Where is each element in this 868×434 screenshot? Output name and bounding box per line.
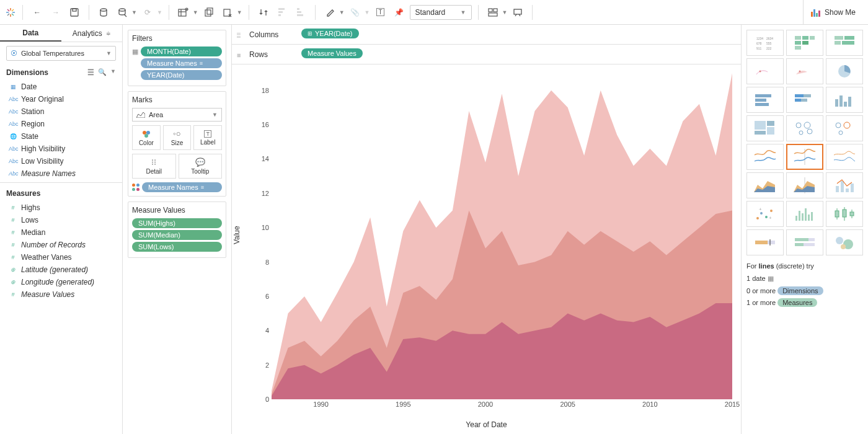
- field-highs[interactable]: #Highs: [0, 202, 122, 214]
- showme-thumb-2[interactable]: [826, 30, 863, 56]
- dashboard-dropdown-icon[interactable]: ▼: [502, 9, 508, 16]
- tab-data[interactable]: Data: [0, 25, 61, 42]
- columns-pill[interactable]: ⊞YEAR(Date): [301, 29, 359, 38]
- showme-thumb-16[interactable]: [786, 172, 823, 198]
- new-datasource-button[interactable]: [95, 4, 112, 20]
- showme-thumb-19[interactable]: [786, 201, 823, 227]
- svg-rect-107: [850, 212, 854, 216]
- group-dropdown-icon[interactable]: ▼: [365, 9, 370, 16]
- show-me-button[interactable]: Show Me: [803, 0, 863, 24]
- field-measure-names[interactable]: AbcMeasure Names: [0, 167, 122, 180]
- undo-button[interactable]: ←: [29, 4, 45, 20]
- swap-button[interactable]: [255, 4, 272, 20]
- svg-point-78: [804, 122, 810, 128]
- showme-thumb-8[interactable]: [826, 87, 863, 113]
- search-icon[interactable]: 🔍: [98, 68, 107, 77]
- field-state[interactable]: 🌐State: [0, 130, 122, 143]
- field-date[interactable]: ▦Date: [0, 81, 122, 93]
- marks-measure-names-pill[interactable]: Measure Names≡: [142, 182, 222, 192]
- svg-rect-19: [205, 10, 211, 16]
- chart[interactable]: Value Year of Date 024681012141618 19901…: [232, 64, 741, 434]
- tableau-logo-icon: [5, 7, 16, 18]
- field-high-visibility[interactable]: AbcHigh Visibility: [0, 143, 122, 155]
- duplicate-button[interactable]: [201, 4, 217, 20]
- marks-tooltip[interactable]: 💬Tooltip: [179, 154, 223, 179]
- showme-thumb-11[interactable]: [826, 115, 863, 141]
- showme-thumb-0[interactable]: 12342634678555911222: [746, 30, 784, 56]
- clear-sheet-button[interactable]: [219, 4, 236, 20]
- mv-pill-1[interactable]: SUM(Median): [132, 230, 222, 240]
- showme-thumb-3[interactable]: [746, 58, 784, 84]
- showme-thumb-12[interactable]: [746, 144, 784, 170]
- mv-pill-2[interactable]: SUM(Lows): [132, 242, 222, 252]
- save-button[interactable]: [66, 4, 82, 20]
- clear-dropdown-icon[interactable]: ▼: [237, 9, 242, 16]
- showme-thumb-7[interactable]: [786, 87, 823, 113]
- showme-thumb-9[interactable]: [746, 115, 784, 141]
- fit-select[interactable]: Standard ▼: [410, 5, 472, 20]
- marks-detail[interactable]: ⁝⁝Detail: [132, 154, 176, 179]
- area-icon: [136, 112, 145, 118]
- filter-pill-0[interactable]: MONTH(Date): [141, 46, 222, 56]
- field-longitude-generated-[interactable]: ⊕Longitude (generated): [0, 276, 122, 288]
- menu-icon[interactable]: ▼: [110, 68, 116, 77]
- filter-pill-2[interactable]: YEAR(Date): [141, 70, 222, 80]
- fit-select-label: Standard: [415, 8, 446, 17]
- showme-thumb-23[interactable]: [826, 229, 863, 255]
- field-region[interactable]: AbcRegion: [0, 118, 122, 130]
- showme-thumb-1[interactable]: [786, 30, 823, 56]
- refresh-dropdown-icon[interactable]: ▼: [157, 9, 162, 16]
- pin-button[interactable]: 📌: [391, 4, 407, 20]
- presentation-button[interactable]: [510, 4, 526, 20]
- rows-shelf[interactable]: ≡Rows Measure Values: [232, 45, 741, 64]
- field-lows[interactable]: #Lows: [0, 214, 122, 226]
- showme-thumb-20[interactable]: [826, 201, 863, 227]
- showme-thumb-22[interactable]: [786, 229, 823, 255]
- field-latitude-generated-[interactable]: ⊕Latitude (generated): [0, 264, 122, 276]
- num-icon: #: [9, 205, 17, 211]
- datasource-label: Global Temperatures: [21, 50, 84, 57]
- showme-thumb-10[interactable]: [786, 115, 823, 141]
- marks-size[interactable]: ◦○Size: [163, 125, 192, 150]
- group-button[interactable]: 📎: [347, 4, 363, 20]
- rows-pill[interactable]: Measure Values: [301, 48, 363, 58]
- showme-thumb-13[interactable]: [786, 144, 823, 170]
- label-toggle-button[interactable]: T: [373, 4, 389, 20]
- field-year-original[interactable]: AbcYear Original: [0, 93, 122, 105]
- dashboard-button[interactable]: [485, 4, 501, 20]
- columns-shelf[interactable]: ⦙⦙⦙Columns ⊞YEAR(Date): [232, 25, 741, 45]
- showme-thumb-6[interactable]: [746, 87, 784, 113]
- datasource-select[interactable]: ⦿ Global Temperatures ▼: [6, 46, 116, 61]
- marks-color[interactable]: Color: [132, 125, 161, 150]
- showme-thumb-21[interactable]: [746, 229, 784, 255]
- showme-thumb-4[interactable]: [786, 58, 823, 84]
- showme-thumb-5[interactable]: [826, 58, 863, 84]
- field-weather-vanes[interactable]: #Weather Vanes: [0, 251, 122, 264]
- field-median[interactable]: #Median: [0, 226, 122, 239]
- showme-thumb-17[interactable]: [826, 172, 863, 198]
- showme-thumb-18[interactable]: ++: [746, 201, 784, 227]
- pause-updates-button[interactable]: [114, 4, 130, 20]
- sort-asc-button[interactable]: [274, 4, 290, 20]
- view-list-icon[interactable]: ☰: [87, 68, 94, 77]
- highlight-button[interactable]: [322, 4, 338, 20]
- refresh-button[interactable]: ⟳: [140, 4, 156, 20]
- pause-dropdown-icon[interactable]: ▼: [131, 9, 137, 16]
- sort-desc-button[interactable]: [293, 4, 309, 20]
- field-low-visibility[interactable]: AbcLow Visibility: [0, 155, 122, 167]
- highlight-dropdown-icon[interactable]: ▼: [339, 9, 345, 16]
- tab-analytics[interactable]: Analytics ≑: [61, 25, 123, 42]
- showme-thumb-14[interactable]: [826, 144, 863, 170]
- mv-pill-0[interactable]: SUM(Highs): [132, 218, 222, 228]
- field-station[interactable]: AbcStation: [0, 105, 122, 118]
- new-worksheet-button[interactable]: [175, 4, 192, 20]
- redo-button[interactable]: →: [48, 4, 64, 20]
- field-measure-values[interactable]: #Measure Values: [0, 288, 122, 301]
- svg-rect-70: [839, 95, 843, 107]
- marks-type-select[interactable]: Area ▼: [132, 108, 222, 122]
- worksheet-dropdown-icon[interactable]: ▼: [193, 9, 198, 16]
- showme-thumb-15[interactable]: [746, 172, 784, 198]
- filter-pill-1[interactable]: Measure Names≡: [141, 58, 222, 68]
- marks-label[interactable]: TLabel: [193, 125, 222, 150]
- field-number-of-records[interactable]: #Number of Records: [0, 239, 122, 251]
